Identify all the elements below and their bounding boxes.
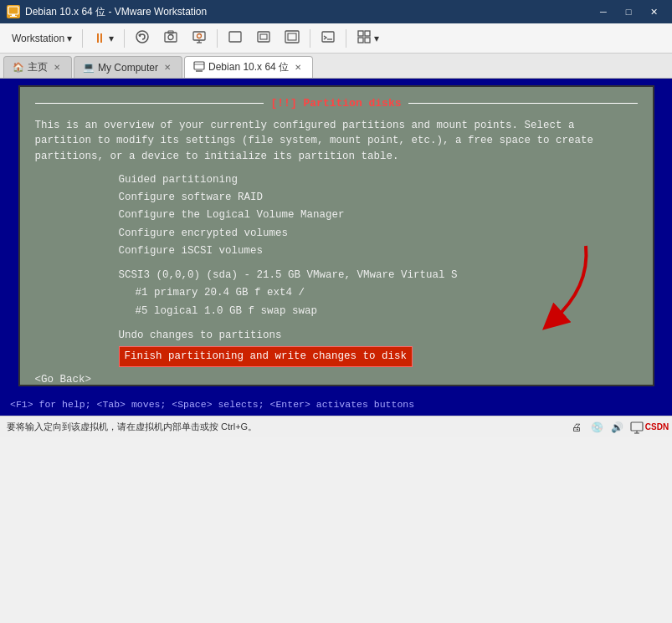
terminal-icon — [321, 29, 336, 47]
disk-partition1: #1 primary 20.4 GB f ext4 / — [35, 284, 638, 302]
svg-rect-12 — [260, 34, 267, 39]
tab-home[interactable]: 🏠 主页 ✕ — [3, 56, 72, 78]
toolbar-separator-2 — [124, 29, 125, 48]
dialog-body-line2: partition to modify its settings (file s… — [35, 133, 638, 149]
view-dropdown-icon: ▾ — [374, 33, 379, 44]
svg-rect-0 — [8, 7, 18, 14]
option-guided[interactable]: Guided partitioning — [35, 171, 638, 189]
dialog-title: [!!] Partition disks — [264, 97, 408, 110]
app-icon — [7, 5, 20, 18]
option-finish-container[interactable]: Finish partitioning and write changes to… — [35, 346, 638, 367]
svg-rect-25 — [631, 422, 643, 431]
option-finish-highlighted[interactable]: Finish partitioning and write changes to… — [119, 346, 413, 367]
statusbar: 要将输入定向到该虚拟机，请在虚拟机内部单击或按 Ctrl+G。 🖨 💿 🔊 CS… — [0, 416, 672, 437]
disk-info-header: SCSI3 (0,0,0) (sda) - 21.5 GB VMware, VM… — [35, 267, 638, 284]
restore-icon — [135, 29, 150, 47]
bottom-hint: <F1> for help; <Tab> moves; <Space> sele… — [10, 399, 414, 410]
disk-partition2: #5 logical 1.0 GB f swap swap — [35, 303, 638, 320]
toolbar-separator-4 — [310, 29, 310, 48]
svg-rect-18 — [365, 31, 370, 36]
close-button[interactable]: ✕ — [642, 3, 665, 20]
window-controls: ─ □ ✕ — [592, 3, 665, 20]
go-back-option[interactable]: <Go Back> — [35, 374, 92, 386]
svg-rect-5 — [165, 33, 177, 42]
workstation-dropdown-icon: ▾ — [67, 33, 72, 44]
partition-dialog: [!!] Partition disks This is an overview… — [20, 87, 653, 385]
view-button[interactable]: ▾ — [351, 27, 384, 49]
tab-home-close[interactable]: ✕ — [51, 62, 63, 74]
svg-rect-19 — [358, 38, 363, 43]
tab-mycomputer-close[interactable]: ✕ — [162, 62, 173, 74]
workstation-menu[interactable]: Workstation ▾ — [7, 30, 77, 47]
dialog-footer[interactable]: <Go Back> — [35, 374, 638, 386]
svg-rect-1 — [12, 14, 15, 16]
option-lvm[interactable]: Configure the Logical Volume Manager — [35, 207, 638, 224]
main-area[interactable]: [!!] Partition disks This is an overview… — [0, 79, 672, 392]
snapshot-button[interactable] — [158, 27, 183, 49]
titlebar: Debian 10.x 64 位 - VMware Workstation ─ … — [0, 0, 672, 23]
dialog-title-row: [!!] Partition disks — [35, 97, 638, 110]
tab-mycomputer[interactable]: 💻 My Computer ✕ — [74, 56, 182, 78]
tabsbar: 🏠 主页 ✕ 💻 My Computer ✕ Debian 10.x 64 位 … — [0, 54, 672, 79]
toolbar-separator-1 — [82, 29, 83, 48]
option-iscsi[interactable]: Configure iSCSI volumes — [35, 243, 638, 260]
snapshot-icon — [163, 29, 178, 47]
minimize-button[interactable]: ─ — [592, 3, 615, 20]
svg-rect-10 — [229, 32, 241, 42]
title-line-left — [35, 103, 264, 104]
status-message: 要将输入定向到该虚拟机，请在虚拟机内部单击或按 Ctrl+G。 — [7, 421, 563, 433]
status-icons: 🖨 💿 🔊 CSDN — [568, 419, 665, 436]
svg-rect-14 — [288, 33, 296, 40]
svg-point-9 — [197, 34, 202, 38]
fit-guest-button[interactable] — [223, 27, 248, 49]
view-icon — [357, 29, 372, 47]
maximize-button[interactable]: □ — [617, 3, 640, 20]
tab-debian[interactable]: Debian 10.x 64 位 ✕ — [184, 56, 313, 78]
toolbar: Workstation ▾ ⏸ ▾ — [0, 23, 672, 54]
pause-icon: ⏸ — [93, 31, 106, 46]
svg-rect-15 — [322, 32, 334, 42]
ctrlaltdel-icon — [192, 29, 207, 47]
fullscreen-icon — [285, 29, 300, 47]
dialog-options: Guided partitioning Configure software R… — [35, 171, 638, 368]
option-encrypted[interactable]: Configure encrypted volumes — [35, 225, 638, 243]
fit-guest-icon — [228, 29, 243, 47]
send-ctrlaltdel-button[interactable] — [187, 27, 212, 49]
fit-window-button[interactable] — [251, 27, 276, 49]
tab-home-label: 主页 — [28, 60, 48, 74]
fit-window-icon — [256, 29, 271, 47]
audio-icon[interactable]: 🔊 — [608, 419, 625, 436]
option-raid[interactable]: Configure software RAID — [35, 189, 638, 207]
dialog-body: This is an overview of your currently co… — [35, 118, 638, 165]
dialog-body-line1: This is an overview of your currently co… — [35, 118, 638, 134]
vm-screen[interactable]: [!!] Partition disks This is an overview… — [18, 85, 654, 386]
svg-rect-20 — [365, 38, 370, 43]
home-icon: 🏠 — [13, 62, 24, 73]
restore-snapshot-button[interactable] — [130, 27, 155, 49]
tab-debian-label: Debian 10.x 64 位 — [208, 60, 289, 74]
pause-button[interactable]: ⏸ ▾ — [88, 28, 119, 49]
title-line-right — [408, 103, 638, 104]
svg-rect-17 — [358, 31, 363, 36]
cdrom-icon[interactable]: 💿 — [588, 419, 605, 436]
tab-mycomputer-label: My Computer — [98, 62, 158, 74]
fullscreen-button[interactable] — [280, 27, 305, 49]
debian-icon — [193, 61, 205, 74]
tab-debian-close[interactable]: ✕ — [292, 62, 304, 74]
network-icon[interactable] — [628, 419, 645, 436]
toolbar-separator-3 — [217, 29, 218, 48]
workstation-label: Workstation — [12, 33, 64, 44]
csdn-label: CSDN — [649, 419, 665, 436]
spacer1 — [35, 260, 638, 267]
mycomputer-icon: 💻 — [83, 62, 95, 73]
svg-point-6 — [168, 35, 173, 40]
svg-rect-13 — [285, 31, 299, 43]
printer-icon[interactable]: 🖨 — [568, 419, 585, 436]
terminal-button[interactable] — [315, 27, 341, 49]
svg-rect-11 — [258, 32, 269, 42]
option-undo[interactable]: Undo changes to partitions — [35, 327, 638, 345]
svg-rect-8 — [193, 32, 205, 40]
spacer2 — [35, 320, 638, 327]
svg-rect-21 — [194, 62, 204, 69]
window-title: Debian 10.x 64 位 - VMware Workstation — [25, 5, 592, 19]
